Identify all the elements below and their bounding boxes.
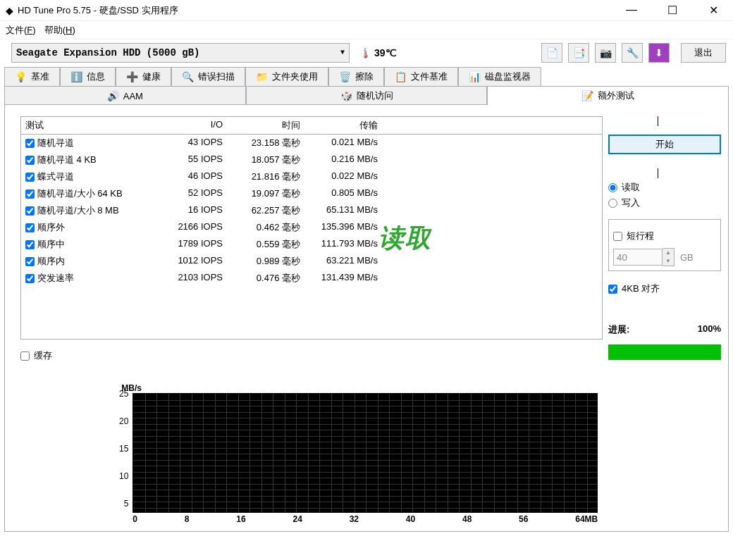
row-time: 23.158 毫秒 <box>223 137 300 149</box>
menu-file[interactable]: 文件(F) <box>6 24 36 37</box>
row-io: 43 IOPS <box>159 137 223 149</box>
ytick: 15 <box>119 444 128 454</box>
save-button[interactable]: ⬇ <box>648 43 670 63</box>
spin-down-icon[interactable]: ▼ <box>663 257 674 266</box>
xtick: 48 <box>462 514 472 524</box>
row-test: 随机寻道/大小 64 KB <box>37 187 123 200</box>
progress-bar <box>608 344 721 360</box>
cache-label: 缓存 <box>34 349 52 362</box>
row-test: 随机寻道 4 KB <box>37 154 97 166</box>
ytick: 20 <box>119 416 128 426</box>
short-stroke-spinner[interactable]: ▲▼ <box>613 248 675 266</box>
row-checkbox[interactable] <box>25 240 35 249</box>
row-checkbox[interactable] <box>25 189 35 199</box>
copy-button[interactable]: 📄 <box>541 43 562 63</box>
start-button[interactable]: 开始 <box>608 135 721 154</box>
short-stroke-label: 短行程 <box>627 230 654 242</box>
app-icon: ◆ <box>6 5 13 16</box>
drive-select-value: Seagate Expansion HDD (5000 gB) <box>16 47 199 58</box>
menu-help[interactable]: 帮助(H) <box>44 24 75 37</box>
menu-bar: 文件(F) 帮助(H) <box>0 21 733 39</box>
cache-checkbox[interactable] <box>20 351 30 361</box>
progress-value: 100% <box>698 323 721 336</box>
row-io: 1012 IOPS <box>159 255 223 268</box>
row-xfer: 0.021 MB/s <box>300 137 378 149</box>
tab-label: 健康 <box>142 70 161 83</box>
copy-all-button[interactable]: 📑 <box>568 43 589 63</box>
row-checkbox[interactable] <box>25 173 35 182</box>
row-checkbox[interactable] <box>25 257 35 266</box>
row-io: 46 IOPS <box>159 170 223 183</box>
short-stroke-box: 短行程 ▲▼ GB <box>608 219 721 271</box>
exit-button[interactable]: 退出 <box>681 43 726 63</box>
table-header: 测试 I/O 时间 传输 <box>21 117 602 135</box>
tab-磁盘监视器[interactable]: 📊磁盘监视器 <box>458 67 541 86</box>
tab-错误扫描[interactable]: 🔍错误扫描 <box>171 67 245 86</box>
row-checkbox[interactable] <box>25 206 35 216</box>
tab-文件夹使用[interactable]: 📁文件夹使用 <box>245 67 328 86</box>
thermometer-icon: 🌡️ <box>359 47 371 58</box>
row-io: 2166 IOPS <box>159 221 223 234</box>
spin-up-icon[interactable]: ▲ <box>663 249 674 257</box>
table-row: 顺序内1012 IOPS0.989 毫秒63.221 MB/s <box>21 253 602 270</box>
xtick: 0 <box>133 514 137 524</box>
table-row: 随机寻道 4 KB55 IOPS18.057 毫秒0.216 MB/s <box>21 151 602 168</box>
table-row: 随机寻道/大小 8 MB16 IOPS62.257 毫秒65.131 MB/s <box>21 202 602 219</box>
maximize-button[interactable]: ☐ <box>658 4 686 17</box>
right-panel: 开始 读取 写入 短行程 <box>608 116 721 362</box>
window-title: HD Tune Pro 5.75 - 硬盘/SSD 实用程序 <box>18 4 617 17</box>
screenshot-button[interactable]: 📷 <box>595 43 616 63</box>
tab-额外测试[interactable]: 📝额外测试 <box>487 86 729 105</box>
tab-label: 文件夹使用 <box>272 70 318 83</box>
tab-icon: ℹ️ <box>70 71 82 82</box>
chart-area: MB/s 252015105 0816243240485664MB <box>20 383 721 524</box>
tab-健康[interactable]: ➕健康 <box>116 67 171 86</box>
tab-icon: 🎲 <box>340 90 352 101</box>
minimize-button[interactable]: — <box>617 4 646 17</box>
row-time: 0.462 毫秒 <box>223 221 300 234</box>
tab-icon: 📋 <box>395 71 407 82</box>
row-checkbox[interactable] <box>25 274 35 283</box>
tab-文件基准[interactable]: 📋文件基准 <box>384 67 458 86</box>
tab-icon: 📁 <box>256 71 268 82</box>
tab-擦除[interactable]: 🗑️擦除 <box>328 67 384 86</box>
row-time: 0.476 毫秒 <box>223 272 300 285</box>
tab-label: 额外测试 <box>598 89 634 102</box>
gear-icon: 🔧 <box>627 47 639 58</box>
toolbar: Seagate Expansion HDD (5000 gB) ▼ 🌡️ 39℃… <box>0 39 733 66</box>
tab-基准[interactable]: 💡基准 <box>4 67 60 86</box>
tab-icon: ➕ <box>126 71 138 82</box>
read-radio[interactable] <box>608 183 617 192</box>
camera-icon: 📷 <box>600 47 612 58</box>
tab-icon: 🔊 <box>107 90 119 101</box>
row-checkbox[interactable] <box>25 223 35 232</box>
row-time: 0.989 毫秒 <box>223 255 300 268</box>
short-stroke-value[interactable] <box>613 249 663 266</box>
ytick: 25 <box>119 389 128 399</box>
align-4kb-checkbox[interactable] <box>608 285 617 294</box>
tab-信息[interactable]: ℹ️信息 <box>60 67 116 86</box>
row-io: 2103 IOPS <box>159 272 223 285</box>
row-xfer: 111.793 MB/s <box>300 238 378 251</box>
settings-button[interactable]: 🔧 <box>622 43 643 63</box>
row-time: 19.097 毫秒 <box>223 187 300 200</box>
close-button[interactable]: ✕ <box>699 4 727 17</box>
row-checkbox[interactable] <box>25 156 35 165</box>
row-checkbox[interactable] <box>25 139 35 148</box>
tab-随机访问[interactable]: 🎲随机访问 <box>246 86 488 105</box>
table-row: 突发速率2103 IOPS0.476 毫秒131.439 MB/s <box>21 270 602 287</box>
cache-checkbox-row: 缓存 <box>20 349 603 362</box>
copy-all-icon: 📑 <box>573 47 585 58</box>
tab-AAM[interactable]: 🔊AAM <box>4 86 246 105</box>
xtick: 64MB <box>575 514 598 524</box>
row-test: 顺序外 <box>37 221 65 234</box>
window-controls: — ☐ ✕ <box>617 4 727 17</box>
drive-select[interactable]: Seagate Expansion HDD (5000 gB) ▼ <box>11 43 350 63</box>
row-xfer: 131.439 MB/s <box>300 272 378 285</box>
ytick: 5 <box>124 499 129 509</box>
write-radio[interactable] <box>608 199 617 208</box>
short-stroke-checkbox[interactable] <box>613 232 622 241</box>
tabs-primary: 💡基准ℹ️信息➕健康🔍错误扫描📁文件夹使用🗑️擦除📋文件基准📊磁盘监视器 <box>4 66 729 85</box>
col-io: I/O <box>159 119 223 132</box>
row-io: 55 IOPS <box>159 154 223 166</box>
